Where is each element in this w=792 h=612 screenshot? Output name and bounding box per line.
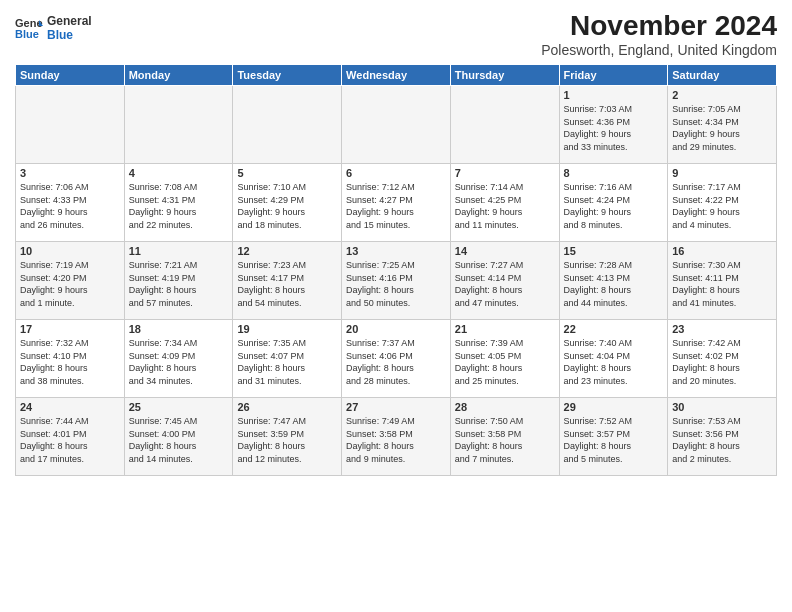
day-number: 30 [672,401,772,413]
day-number: 23 [672,323,772,335]
header-sunday: Sunday [16,65,125,86]
cell-w0-d3 [342,86,451,164]
cell-content: Sunrise: 7:35 AMSunset: 4:07 PMDaylight:… [237,337,337,387]
logo-line1: General [47,14,92,28]
week-row-3: 17Sunrise: 7:32 AMSunset: 4:10 PMDayligh… [16,320,777,398]
cell-content: Sunrise: 7:10 AMSunset: 4:29 PMDaylight:… [237,181,337,231]
cell-w2-d2: 12Sunrise: 7:23 AMSunset: 4:17 PMDayligh… [233,242,342,320]
cell-w4-d4: 28Sunrise: 7:50 AMSunset: 3:58 PMDayligh… [450,398,559,476]
cell-content: Sunrise: 7:45 AMSunset: 4:00 PMDaylight:… [129,415,229,465]
cell-w0-d2 [233,86,342,164]
cell-w1-d5: 8Sunrise: 7:16 AMSunset: 4:24 PMDaylight… [559,164,668,242]
day-number: 21 [455,323,555,335]
cell-w3-d1: 18Sunrise: 7:34 AMSunset: 4:09 PMDayligh… [124,320,233,398]
day-number: 8 [564,167,664,179]
day-number: 11 [129,245,229,257]
cell-content: Sunrise: 7:19 AMSunset: 4:20 PMDaylight:… [20,259,120,309]
logo: General Blue General Blue [15,14,92,42]
day-number: 14 [455,245,555,257]
day-number: 27 [346,401,446,413]
cell-w2-d4: 14Sunrise: 7:27 AMSunset: 4:14 PMDayligh… [450,242,559,320]
cell-content: Sunrise: 7:05 AMSunset: 4:34 PMDaylight:… [672,103,772,153]
header-thursday: Thursday [450,65,559,86]
cell-content: Sunrise: 7:21 AMSunset: 4:19 PMDaylight:… [129,259,229,309]
calendar-table: Sunday Monday Tuesday Wednesday Thursday… [15,64,777,476]
cell-w3-d2: 19Sunrise: 7:35 AMSunset: 4:07 PMDayligh… [233,320,342,398]
cell-content: Sunrise: 7:53 AMSunset: 3:56 PMDaylight:… [672,415,772,465]
day-number: 13 [346,245,446,257]
day-number: 1 [564,89,664,101]
cell-w2-d1: 11Sunrise: 7:21 AMSunset: 4:19 PMDayligh… [124,242,233,320]
day-number: 17 [20,323,120,335]
cell-content: Sunrise: 7:30 AMSunset: 4:11 PMDaylight:… [672,259,772,309]
cell-content: Sunrise: 7:03 AMSunset: 4:36 PMDaylight:… [564,103,664,153]
cell-content: Sunrise: 7:42 AMSunset: 4:02 PMDaylight:… [672,337,772,387]
day-number: 18 [129,323,229,335]
svg-text:Blue: Blue [15,28,39,40]
header-row: Sunday Monday Tuesday Wednesday Thursday… [16,65,777,86]
day-number: 2 [672,89,772,101]
header-friday: Friday [559,65,668,86]
week-row-2: 10Sunrise: 7:19 AMSunset: 4:20 PMDayligh… [16,242,777,320]
cell-content: Sunrise: 7:37 AMSunset: 4:06 PMDaylight:… [346,337,446,387]
header-tuesday: Tuesday [233,65,342,86]
cell-w2-d5: 15Sunrise: 7:28 AMSunset: 4:13 PMDayligh… [559,242,668,320]
cell-w0-d4 [450,86,559,164]
day-number: 16 [672,245,772,257]
cell-w1-d2: 5Sunrise: 7:10 AMSunset: 4:29 PMDaylight… [233,164,342,242]
day-number: 10 [20,245,120,257]
day-number: 19 [237,323,337,335]
cell-content: Sunrise: 7:12 AMSunset: 4:27 PMDaylight:… [346,181,446,231]
cell-w1-d3: 6Sunrise: 7:12 AMSunset: 4:27 PMDaylight… [342,164,451,242]
logo-line2: Blue [47,28,92,42]
week-row-0: 1Sunrise: 7:03 AMSunset: 4:36 PMDaylight… [16,86,777,164]
header-saturday: Saturday [668,65,777,86]
day-number: 3 [20,167,120,179]
cell-w0-d6: 2Sunrise: 7:05 AMSunset: 4:34 PMDaylight… [668,86,777,164]
cell-w2-d0: 10Sunrise: 7:19 AMSunset: 4:20 PMDayligh… [16,242,125,320]
day-number: 22 [564,323,664,335]
cell-w1-d6: 9Sunrise: 7:17 AMSunset: 4:22 PMDaylight… [668,164,777,242]
header: General Blue General Blue November 2024 … [15,10,777,58]
day-number: 29 [564,401,664,413]
cell-w3-d3: 20Sunrise: 7:37 AMSunset: 4:06 PMDayligh… [342,320,451,398]
week-row-1: 3Sunrise: 7:06 AMSunset: 4:33 PMDaylight… [16,164,777,242]
cell-w2-d3: 13Sunrise: 7:25 AMSunset: 4:16 PMDayligh… [342,242,451,320]
day-number: 7 [455,167,555,179]
cell-content: Sunrise: 7:08 AMSunset: 4:31 PMDaylight:… [129,181,229,231]
cell-content: Sunrise: 7:06 AMSunset: 4:33 PMDaylight:… [20,181,120,231]
cell-content: Sunrise: 7:39 AMSunset: 4:05 PMDaylight:… [455,337,555,387]
page: General Blue General Blue November 2024 … [0,0,792,612]
cell-content: Sunrise: 7:23 AMSunset: 4:17 PMDaylight:… [237,259,337,309]
cell-content: Sunrise: 7:50 AMSunset: 3:58 PMDaylight:… [455,415,555,465]
cell-w2-d6: 16Sunrise: 7:30 AMSunset: 4:11 PMDayligh… [668,242,777,320]
day-number: 9 [672,167,772,179]
cell-content: Sunrise: 7:14 AMSunset: 4:25 PMDaylight:… [455,181,555,231]
cell-w4-d2: 26Sunrise: 7:47 AMSunset: 3:59 PMDayligh… [233,398,342,476]
day-number: 15 [564,245,664,257]
main-title: November 2024 [541,10,777,42]
cell-content: Sunrise: 7:40 AMSunset: 4:04 PMDaylight:… [564,337,664,387]
cell-w3-d6: 23Sunrise: 7:42 AMSunset: 4:02 PMDayligh… [668,320,777,398]
logo-icon: General Blue [15,16,43,40]
cell-w4-d1: 25Sunrise: 7:45 AMSunset: 4:00 PMDayligh… [124,398,233,476]
cell-content: Sunrise: 7:52 AMSunset: 3:57 PMDaylight:… [564,415,664,465]
day-number: 4 [129,167,229,179]
cell-w4-d5: 29Sunrise: 7:52 AMSunset: 3:57 PMDayligh… [559,398,668,476]
cell-content: Sunrise: 7:28 AMSunset: 4:13 PMDaylight:… [564,259,664,309]
cell-w1-d0: 3Sunrise: 7:06 AMSunset: 4:33 PMDaylight… [16,164,125,242]
cell-content: Sunrise: 7:16 AMSunset: 4:24 PMDaylight:… [564,181,664,231]
cell-content: Sunrise: 7:44 AMSunset: 4:01 PMDaylight:… [20,415,120,465]
cell-w4-d6: 30Sunrise: 7:53 AMSunset: 3:56 PMDayligh… [668,398,777,476]
cell-w4-d3: 27Sunrise: 7:49 AMSunset: 3:58 PMDayligh… [342,398,451,476]
cell-w4-d0: 24Sunrise: 7:44 AMSunset: 4:01 PMDayligh… [16,398,125,476]
cell-w0-d1 [124,86,233,164]
cell-content: Sunrise: 7:25 AMSunset: 4:16 PMDaylight:… [346,259,446,309]
cell-w1-d4: 7Sunrise: 7:14 AMSunset: 4:25 PMDaylight… [450,164,559,242]
cell-w3-d0: 17Sunrise: 7:32 AMSunset: 4:10 PMDayligh… [16,320,125,398]
day-number: 25 [129,401,229,413]
day-number: 28 [455,401,555,413]
header-monday: Monday [124,65,233,86]
day-number: 6 [346,167,446,179]
calendar-body: 1Sunrise: 7:03 AMSunset: 4:36 PMDaylight… [16,86,777,476]
